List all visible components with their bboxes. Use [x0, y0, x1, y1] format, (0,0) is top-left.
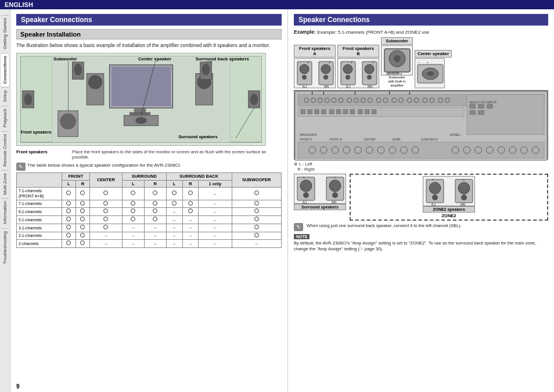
sidebar-item-connections[interactable]: Connections [1, 53, 9, 86]
row-label: 6.1-channels [17, 208, 62, 216]
table-header-center: CENTER [89, 172, 122, 188]
table-row: 5.1-channels – – – [17, 216, 282, 224]
svg-point-23 [250, 93, 258, 105]
svg-point-144 [332, 192, 338, 198]
cell-dash: – [123, 240, 145, 248]
svg-point-47 [346, 75, 350, 80]
circle-mark [153, 201, 157, 206]
cell [144, 188, 166, 200]
pen-icon: ✎ [16, 163, 26, 171]
svg-point-49 [365, 64, 374, 74]
cell [62, 224, 75, 232]
svg-rect-103 [470, 104, 476, 108]
front-a-title: Front speakersA [294, 45, 336, 57]
svg-text:Center speaker: Center speaker [138, 56, 171, 62]
surround-box: (L) (R) – + – + [294, 174, 346, 204]
amp-svg: MULTI CH INPUT [295, 91, 547, 161]
sidebar-item-multizone[interactable]: Multi-Zone [1, 170, 9, 197]
sidebar-item-playback[interactable]: Playback [1, 106, 9, 130]
description-text: The illustration below shows a basic exa… [16, 42, 282, 49]
cell [89, 200, 122, 208]
svg-text:FRONT B: FRONT B [329, 138, 342, 141]
svg-text:SPEAKERS: SPEAKERS [300, 132, 317, 136]
cell [62, 188, 75, 200]
svg-point-140 [300, 180, 312, 192]
svg-rect-13 [60, 114, 76, 130]
cell [123, 188, 145, 200]
sidebar-item-getting-started[interactable]: Getting Started [1, 15, 9, 52]
subwoofer-note: Subwooferwith built-inamplifier [381, 75, 413, 88]
top-bar: ENGLISH [0, 0, 554, 9]
svg-rect-6 [134, 108, 146, 113]
svg-rect-104 [479, 104, 484, 108]
row-label: 5.1-channels [17, 216, 62, 224]
svg-text:–: – [426, 178, 427, 181]
row-label: 3.1-channels [17, 224, 62, 232]
speaker-group-front-a: Front speakersA (L) (R) [294, 45, 336, 88]
circle-mark [80, 240, 85, 245]
sidebar-item-troubleshooting[interactable]: Troubleshooting [1, 228, 9, 267]
cell [232, 232, 281, 240]
cell-dash: – [182, 224, 199, 232]
language-label: ENGLISH [5, 1, 33, 8]
svg-text:(R): (R) [332, 200, 336, 204]
cell-dash: – [182, 216, 199, 224]
circle-mark [66, 208, 71, 213]
svg-point-35 [302, 75, 307, 80]
sidebar-item-remote-control[interactable]: Remote Control [1, 131, 9, 169]
center-svg: – + [415, 59, 445, 89]
circle-mark [254, 217, 259, 221]
svg-text:+: + [307, 60, 309, 64]
th-front-r: R [75, 180, 89, 188]
subwoofer-title: Subwoofer [381, 37, 413, 45]
speaker-group-center: Center speaker – + [415, 50, 452, 88]
cell [232, 208, 281, 216]
cell-dash: – [166, 208, 182, 216]
th-surround-r: R [144, 180, 166, 188]
cell-dash: – [144, 224, 166, 232]
circle-mark [80, 225, 85, 229]
table-header-subwoofer: SUBWOOFER [232, 172, 281, 188]
center-title: Center speaker [415, 50, 452, 57]
svg-text:(L): (L) [431, 203, 436, 206]
svg-rect-98 [358, 109, 363, 114]
cell-dash: – [199, 240, 232, 248]
surround-speakers-group: (L) (R) – + – + Surround speakers [294, 174, 346, 210]
cell [75, 216, 89, 224]
main-layout: Getting Started Connections Setup Playba… [0, 9, 554, 392]
circle-mark [188, 208, 193, 213]
svg-point-37 [321, 64, 330, 74]
row-label: 2-channels [17, 240, 62, 248]
table-row: 6.1-channels – – [17, 208, 282, 216]
svg-rect-100 [372, 109, 376, 114]
svg-point-155 [458, 182, 470, 194]
cell [182, 200, 199, 208]
svg-rect-99 [365, 109, 369, 114]
svg-text:–: – [326, 175, 328, 179]
cell-dash: – [182, 232, 199, 240]
circle-mark [153, 217, 157, 221]
cell [166, 188, 182, 200]
sidebar-item-information[interactable]: Information [1, 198, 9, 226]
speaker-group-front-b: Front speakersB (L) (R) – + [337, 45, 379, 88]
front-speakers-label: Front speakers [16, 149, 69, 160]
front-b-box: (L) (R) – + – + [337, 58, 379, 88]
cell-dash: – [232, 240, 281, 248]
circle-mark [66, 233, 71, 238]
center-box: – + [415, 58, 445, 88]
cell [89, 208, 122, 216]
circle-mark [66, 201, 71, 206]
circle-mark [103, 217, 108, 221]
sidebar-item-setup[interactable]: Setup [1, 87, 9, 105]
example-description: Example: 5.1-channels (FRONT A+B) and ZO… [317, 30, 429, 35]
svg-text:–: – [297, 175, 298, 179]
svg-point-50 [367, 75, 372, 80]
svg-rect-92 [315, 109, 319, 114]
table-note-row: ✎ The table below shows a typical speake… [16, 163, 282, 171]
bottom-speaker-row: (L) (R) – + – + Surround speakers [294, 174, 548, 221]
zone2-group: (L) (R) – + – + ZONE2 speakers ZONE2 [350, 174, 548, 221]
side-tabs: Getting Started Connections Setup Playba… [0, 9, 10, 392]
svg-text:(R): (R) [324, 85, 329, 88]
svg-rect-5 [111, 67, 171, 106]
cell-dash: – [199, 232, 232, 240]
